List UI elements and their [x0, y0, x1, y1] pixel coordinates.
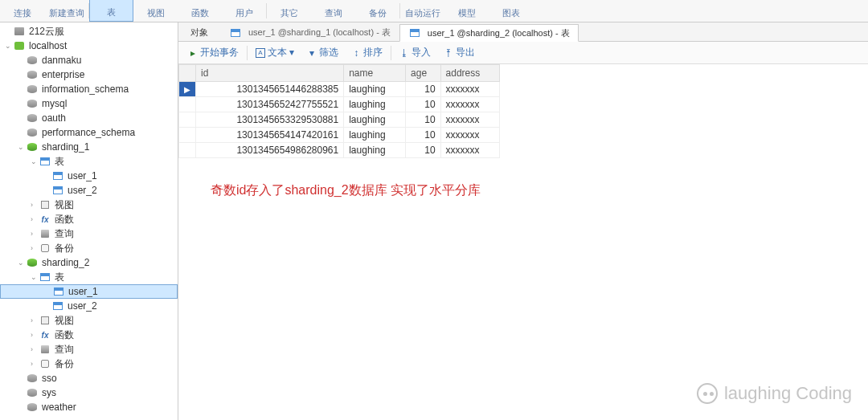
db-icon	[26, 402, 39, 413]
toolbar-自动运行[interactable]: 自动运行	[400, 0, 444, 22]
caret-down-icon[interactable]: ⌄	[18, 259, 26, 267]
row-marker	[179, 112, 196, 128]
col-id[interactable]: id	[196, 65, 344, 82]
tree-item-函数[interactable]: ›fx函数	[0, 328, 178, 342]
tree-item-表[interactable]: ⌄表	[0, 270, 178, 284]
tree-item-performance_schema[interactable]: performance_schema	[0, 125, 178, 140]
table-row[interactable]: 1301345652427755521laughing10xxxxxxx	[179, 97, 500, 112]
tree-item-sso[interactable]: sso	[0, 371, 178, 385]
caret-right-icon[interactable]: ›	[31, 360, 39, 368]
tree-item-enterprise[interactable]: enterprise	[0, 67, 178, 82]
col-name[interactable]: name	[344, 65, 406, 82]
tab-user_1-@sharding_1-(localhost)---表[interactable]: user_1 @sharding_1 (localhost) - 表	[220, 23, 399, 41]
cell-address[interactable]: xxxxxxx	[440, 97, 499, 112]
tree-item-user_1[interactable]: user_1	[0, 169, 178, 183]
tree-item-视图[interactable]: ›视图	[0, 313, 178, 328]
cell-name[interactable]: laughing	[344, 128, 406, 143]
text-mode-button[interactable]: A 文本 ▾	[251, 44, 299, 61]
tree-item-user_2[interactable]: user_2	[0, 299, 178, 313]
toolbar-图表[interactable]: 图表	[489, 0, 533, 22]
row-marker	[179, 97, 196, 112]
cell-id[interactable]: 1301345652427755521	[196, 97, 344, 112]
cell-age[interactable]: 10	[406, 97, 441, 112]
caret-right-icon[interactable]: ›	[31, 215, 39, 223]
db-icon	[26, 84, 39, 95]
table-row[interactable]: 1301345653329530881laughing10xxxxxxx	[179, 112, 500, 128]
toolbar-表[interactable]: 表	[89, 0, 133, 22]
tree-item-表[interactable]: ⌄表	[0, 154, 178, 169]
cell-id[interactable]: 1301345651446288385	[196, 82, 344, 97]
table-row[interactable]: 1301345654986280961laughing10xxxxxxx	[179, 143, 500, 158]
toolbar-模型[interactable]: 模型	[444, 0, 489, 22]
cell-age[interactable]: 10	[406, 143, 441, 158]
tree-item-212云服[interactable]: 212云服	[0, 24, 178, 39]
tree-item-localhost[interactable]: ⌄localhost	[0, 39, 178, 53]
sort-label: 排序	[363, 46, 383, 59]
tree-item-mysql[interactable]: mysql	[0, 96, 178, 111]
sort-button[interactable]: ↕ 排序	[346, 44, 387, 61]
toolbar-其它[interactable]: 其它	[267, 0, 311, 22]
tab-user_1-@sharding_2-(localhost)---表[interactable]: user_1 @sharding_2 (localhost) - 表	[399, 24, 579, 42]
col-address[interactable]: address	[440, 65, 499, 82]
cell-address[interactable]: xxxxxxx	[440, 112, 499, 128]
toolbar-查询[interactable]: 查询	[311, 0, 355, 22]
caret-down-icon[interactable]: ⌄	[31, 157, 39, 165]
cell-age[interactable]: 10	[406, 128, 441, 143]
cell-age[interactable]: 10	[406, 82, 441, 97]
cell-name[interactable]: laughing	[344, 143, 406, 158]
caret-right-icon[interactable]: ›	[31, 230, 39, 238]
cell-address[interactable]: xxxxxxx	[440, 82, 499, 97]
caret-down-icon[interactable]: ⌄	[5, 42, 13, 50]
table-row[interactable]: 1301345654147420161laughing10xxxxxxx	[179, 128, 500, 143]
text-icon: A	[256, 48, 265, 58]
cell-address[interactable]: xxxxxxx	[440, 128, 499, 143]
query-icon	[39, 344, 51, 355]
cell-name[interactable]: laughing	[344, 82, 406, 97]
start-transaction-button[interactable]: ▸ 开始事务	[183, 44, 244, 61]
cell-address[interactable]: xxxxxxx	[440, 143, 499, 158]
cell-name[interactable]: laughing	[344, 97, 406, 112]
tree-item-user_1[interactable]: user_1	[0, 284, 178, 299]
caret-right-icon[interactable]: ›	[31, 244, 39, 252]
tree-item-函数[interactable]: ›fx函数	[0, 212, 178, 226]
tree-item-备份[interactable]: ›备份	[0, 357, 178, 371]
tree-item-oauth[interactable]: oauth	[0, 111, 178, 125]
cell-id[interactable]: 1301345654986280961	[196, 143, 344, 158]
tree-item-备份[interactable]: ›备份	[0, 241, 178, 255]
cell-name[interactable]: laughing	[344, 112, 406, 128]
tree-label: 212云服	[29, 25, 64, 39]
caret-right-icon[interactable]: ›	[31, 345, 39, 353]
tree-item-danmaku[interactable]: danmaku	[0, 53, 178, 67]
tree-item-sys[interactable]: sys	[0, 385, 178, 400]
tree-item-weather[interactable]: weather	[0, 400, 178, 414]
export-button[interactable]: ⭱ 导出	[439, 44, 480, 61]
tree-label: 函数	[55, 328, 74, 342]
toolbar-连接[interactable]: 连接	[0, 0, 44, 22]
table-row[interactable]: ▶1301345651446288385laughing10xxxxxxx	[179, 82, 500, 97]
caret-right-icon[interactable]: ›	[31, 331, 39, 339]
toolbar-函数[interactable]: 函数	[178, 0, 222, 22]
col-age[interactable]: age	[406, 65, 441, 82]
filter-button[interactable]: ▾ 筛选	[302, 44, 343, 61]
import-button[interactable]: ⭳ 导入	[395, 44, 436, 61]
tree-item-sharding_1[interactable]: ⌄sharding_1	[0, 140, 178, 154]
toolbar-备份[interactable]: 备份	[355, 0, 399, 22]
tree-item-user_2[interactable]: user_2	[0, 183, 178, 198]
caret-down-icon[interactable]: ⌄	[18, 143, 26, 151]
tree-item-sharding_2[interactable]: ⌄sharding_2	[0, 255, 178, 270]
tab-objects[interactable]: 对象	[178, 23, 220, 41]
cell-id[interactable]: 1301345654147420161	[196, 128, 344, 143]
tree-item-information_schema[interactable]: information_schema	[0, 82, 178, 96]
tree-item-视图[interactable]: ›视图	[0, 198, 178, 212]
caret-down-icon[interactable]: ⌄	[31, 273, 39, 281]
cell-id[interactable]: 1301345653329530881	[196, 112, 344, 128]
tree-item-查询[interactable]: ›查询	[0, 226, 178, 241]
cell-age[interactable]: 10	[406, 112, 441, 128]
caret-right-icon[interactable]: ›	[31, 316, 39, 324]
tree-item-查询[interactable]: ›查询	[0, 342, 178, 357]
toolbar-新建查询[interactable]: 新建查询	[44, 0, 88, 22]
toolbar-视图[interactable]: 视图	[133, 0, 178, 22]
tree-label: 表	[55, 155, 64, 169]
caret-right-icon[interactable]: ›	[31, 201, 39, 209]
toolbar-用户[interactable]: 用户	[222, 0, 266, 22]
